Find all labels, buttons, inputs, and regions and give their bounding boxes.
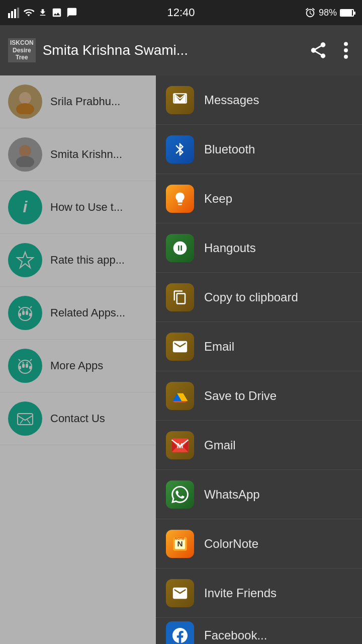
share-menu: Messages Bluetooth Keep Hangouts xyxy=(156,75,362,644)
clipboard-icon xyxy=(166,283,194,311)
svg-text:N: N xyxy=(177,539,183,548)
share-item-clipboard[interactable]: Copy to clipboard xyxy=(156,273,362,322)
share-item-email[interactable]: Email xyxy=(156,322,362,371)
status-bar: 12:40 98% xyxy=(0,0,362,25)
share-item-colornote[interactable]: N NOTE ColorNote xyxy=(156,519,362,569)
svg-point-6 xyxy=(344,55,348,59)
hangouts-label: Hangouts xyxy=(204,241,256,255)
battery-percent: 98% xyxy=(319,8,337,18)
app-title: Smita Krishna Swami... xyxy=(43,42,309,58)
share-item-hangouts[interactable]: Hangouts xyxy=(156,223,362,273)
messages-label: Messages xyxy=(204,93,259,107)
status-right: 98% xyxy=(305,7,354,18)
share-item-messages[interactable]: Messages xyxy=(156,75,362,125)
bluetooth-label: Bluetooth xyxy=(204,142,255,156)
share-item-gmail[interactable]: M Gmail xyxy=(156,421,362,470)
share-item-whatsapp[interactable]: WhatsApp xyxy=(156,470,362,519)
svg-rect-3 xyxy=(17,8,19,18)
share-item-bluetooth[interactable]: Bluetooth xyxy=(156,125,362,174)
share-item-drive[interactable]: Save to Drive xyxy=(156,371,362,421)
svg-rect-2 xyxy=(14,9,16,18)
download-icon xyxy=(38,7,47,18)
share-item-facebook[interactable]: Facebook... xyxy=(156,618,362,644)
signal-icon xyxy=(8,7,19,18)
keep-icon xyxy=(166,185,194,213)
dim-overlay xyxy=(0,75,156,644)
svg-rect-1 xyxy=(11,11,13,18)
image-icon xyxy=(51,7,62,18)
facebook-icon xyxy=(166,621,194,645)
colornote-label: ColorNote xyxy=(204,537,258,551)
drive-label: Save to Drive xyxy=(204,389,277,403)
wifi-icon xyxy=(23,7,34,18)
svg-rect-0 xyxy=(8,13,10,18)
messages-icon xyxy=(166,86,194,114)
invite-icon xyxy=(166,579,194,607)
hangouts-icon xyxy=(166,234,194,262)
battery-icon xyxy=(340,9,354,17)
facebook-label: Facebook... xyxy=(204,628,267,642)
email-label: Email xyxy=(204,340,234,354)
invite-label: Invite Friends xyxy=(204,586,277,600)
gmail-icon: M xyxy=(166,431,194,459)
status-left-icons xyxy=(8,7,77,18)
whatsapp-icon xyxy=(166,480,194,509)
app-bar: ISKCON Desire Tree Smita Krishna Swami..… xyxy=(0,25,362,75)
logo-text: ISKCON Desire Tree xyxy=(8,38,36,62)
message-icon xyxy=(66,7,77,18)
share-item-invite[interactable]: Invite Friends xyxy=(156,569,362,618)
bluetooth-icon xyxy=(166,135,194,164)
alarm-icon xyxy=(305,7,316,18)
share-icon[interactable] xyxy=(309,41,328,60)
drive-icon xyxy=(166,382,194,410)
keep-label: Keep xyxy=(204,192,232,206)
more-options-icon[interactable] xyxy=(338,41,354,60)
whatsapp-label: WhatsApp xyxy=(204,488,260,502)
gmail-label: Gmail xyxy=(204,438,236,452)
share-item-keep[interactable]: Keep xyxy=(156,174,362,223)
app-bar-actions xyxy=(309,41,354,60)
svg-point-5 xyxy=(344,48,348,52)
app-logo: ISKCON Desire Tree xyxy=(8,38,36,62)
colornote-icon: N NOTE xyxy=(166,530,194,558)
svg-text:M: M xyxy=(177,441,184,450)
svg-text:NOTE: NOTE xyxy=(175,536,185,540)
svg-point-4 xyxy=(344,42,348,46)
clipboard-label: Copy to clipboard xyxy=(204,290,298,304)
status-time: 12:40 xyxy=(167,6,195,19)
email-icon xyxy=(166,333,194,361)
